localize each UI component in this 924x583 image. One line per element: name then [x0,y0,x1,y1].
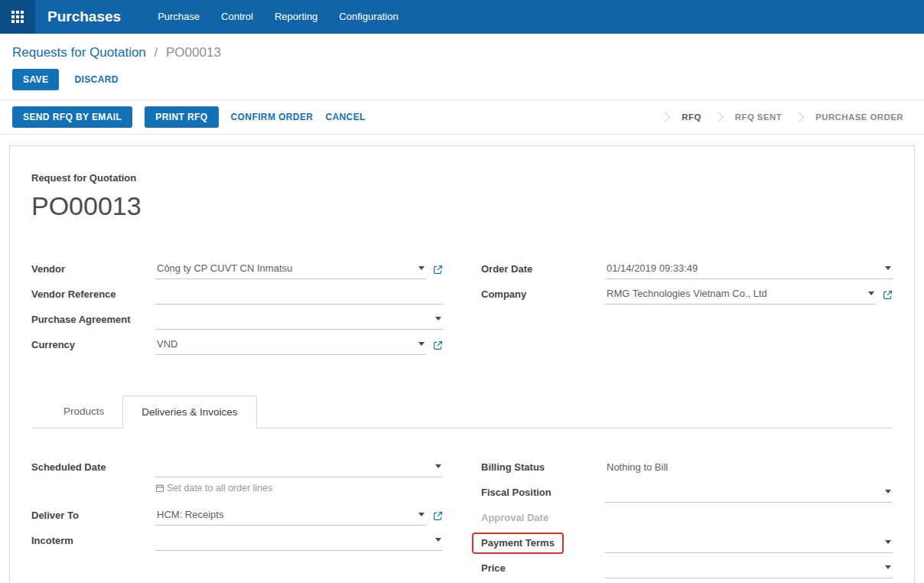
breadcrumb: Requests for Quotation / PO00013 [0,34,924,60]
field-row-company: Company RMG Technologies Vietnam Co., Lt… [481,285,893,305]
field-label-purchase-agreement: Purchase Agreement [31,314,155,330]
caret-down-icon[interactable] [435,317,441,321]
field-row-vendor: Vendor Công ty CP CUVT CN Inmatsu [31,259,443,279]
external-link-icon[interactable] [883,290,893,300]
menu-purchase[interactable]: Purchase [147,0,210,34]
confirm-order-button[interactable]: CONFIRM ORDER [231,106,314,128]
set-date-helper-label: Set date to all order lines [167,483,272,493]
payment-terms-highlight-box: Payment Terms [472,533,564,554]
vendor-reference-field[interactable] [155,285,443,305]
currency-value[interactable]: VND [157,338,412,350]
apps-grid-icon [11,11,24,23]
caret-down-icon[interactable] [435,538,441,542]
caret-down-icon[interactable] [435,464,441,468]
main-menu: Purchase Control Reporting Configuration [147,0,409,34]
field-label-scheduled-date: Scheduled Date [31,461,155,477]
field-label-approval-date: Approval Date [481,512,605,528]
caret-down-icon[interactable] [885,266,891,270]
field-row-fiscal-position: Fiscal Position [481,483,893,503]
order-date-field[interactable]: 01/14/2019 09:33:49 [605,260,893,279]
caret-down-icon[interactable] [885,490,891,493]
menu-control[interactable]: Control [210,0,264,34]
notebook-tabs: Products Deliveries & Invoices [31,396,893,428]
tab-left-column: Scheduled Date Set date to all order lin… [31,458,443,583]
company-value[interactable]: RMG Technologies Vietnam Co., Ltd [607,288,862,299]
payment-terms-field[interactable] [605,534,893,553]
billing-status-value: Nothing to Bill [607,461,891,473]
deliver-to-field[interactable]: HCM: Receipts [155,506,426,526]
price-field[interactable] [605,559,893,578]
field-row-incoterm: Incoterm [31,531,443,551]
calendar-icon [155,484,164,493]
top-navbar: Purchases Purchase Control Reporting Con… [0,0,924,34]
action-toolbar: SEND RFQ BY EMAIL PRINT RFQ CONFIRM ORDE… [0,99,924,135]
field-label-fiscal-position: Fiscal Position [481,487,605,503]
order-date-value[interactable]: 01/14/2019 09:33:49 [607,262,879,274]
status-step-rfq-sent[interactable]: RFQ SENT [722,106,795,128]
field-row-approval-date: Approval Date [481,508,893,528]
field-label-order-date: Order Date [481,263,605,279]
field-label-vendor-reference: Vendor Reference [31,288,155,305]
external-link-icon[interactable] [433,340,443,350]
right-field-column: Order Date 01/14/2019 09:33:49 Company R… [481,259,893,360]
approval-date-field [605,509,893,528]
send-rfq-by-email-button[interactable]: SEND RFQ BY EMAIL [12,106,132,128]
vendor-value[interactable]: Công ty CP CUVT CN Inmatsu [157,262,412,274]
caret-down-icon[interactable] [418,342,425,346]
form-sheet: Request for Quotation PO00013 Vendor Côn… [9,145,915,583]
field-label-payment-terms: Payment Terms [481,537,605,553]
toolbar-buttons: SEND RFQ BY EMAIL PRINT RFQ CONFIRM ORDE… [12,106,366,128]
scheduled-date-field[interactable] [155,458,443,477]
vendor-field[interactable]: Công ty CP CUVT CN Inmatsu [155,260,426,279]
payment-terms-label-text: Payment Terms [481,537,555,549]
caret-down-icon[interactable] [885,540,891,544]
app-brand[interactable]: Purchases [47,8,121,25]
cancel-button[interactable]: CANCEL [325,106,365,128]
field-label-incoterm: Incoterm [31,535,155,551]
menu-configuration[interactable]: Configuration [328,0,408,34]
purchase-agreement-field[interactable] [155,311,443,330]
discard-button[interactable]: DISCARD [74,69,118,90]
statusbar: RFQ RFQ SENT PURCHASE ORDER [661,106,916,128]
field-row-payment-terms: Payment Terms [481,533,893,553]
record-title: PO00013 [31,191,893,221]
caret-down-icon[interactable] [885,565,891,569]
tab-products[interactable]: Products [45,396,122,428]
tab-deliveries-invoices[interactable]: Deliveries & Invoices [122,396,256,428]
field-label-billing-status: Billing Status [481,461,605,477]
record-actions: SAVE DISCARD [0,60,924,99]
external-link-icon[interactable] [433,511,443,521]
set-date-helper-row: Set date to all order lines [31,483,443,493]
company-field[interactable]: RMG Technologies Vietnam Co., Ltd [605,285,876,305]
menu-reporting[interactable]: Reporting [264,0,328,34]
deliver-to-value[interactable]: HCM: Receipts [157,509,412,520]
breadcrumb-parent-link[interactable]: Requests for Quotation [12,45,146,60]
field-label-company: Company [481,288,605,305]
field-label-vendor: Vendor [31,263,155,279]
currency-field[interactable]: VND [155,336,426,355]
billing-status-field: Nothing to Bill [605,458,893,477]
field-label-deliver-to: Deliver To [31,510,155,526]
breadcrumb-current: PO00013 [166,45,221,60]
field-row-price: Price [481,559,893,578]
tab-right-column: Billing Status Nothing to Bill Fiscal Po… [481,458,893,583]
external-link-icon[interactable] [433,265,443,275]
field-row-currency: Currency VND [31,335,443,355]
field-row-billing-status: Billing Status Nothing to Bill [481,458,893,477]
caret-down-icon[interactable] [418,266,425,270]
print-rfq-button[interactable]: PRINT RFQ [145,106,218,128]
set-date-all-lines-button[interactable]: Set date to all order lines [155,483,272,493]
apps-menu-button[interactable] [0,0,35,34]
save-button[interactable]: SAVE [12,69,59,90]
field-label-currency: Currency [31,339,155,355]
incoterm-field[interactable] [155,532,443,551]
sheet-subtitle: Request for Quotation [31,172,893,184]
caret-down-icon[interactable] [868,292,874,295]
status-step-purchase-order[interactable]: PURCHASE ORDER [802,106,916,128]
tab-content: Scheduled Date Set date to all order lin… [31,428,893,583]
status-step-rfq[interactable]: RFQ [669,106,714,128]
fiscal-position-field[interactable] [605,484,893,503]
field-row-order-date: Order Date 01/14/2019 09:33:49 [481,259,893,279]
breadcrumb-separator: / [155,45,158,60]
caret-down-icon[interactable] [418,513,425,516]
